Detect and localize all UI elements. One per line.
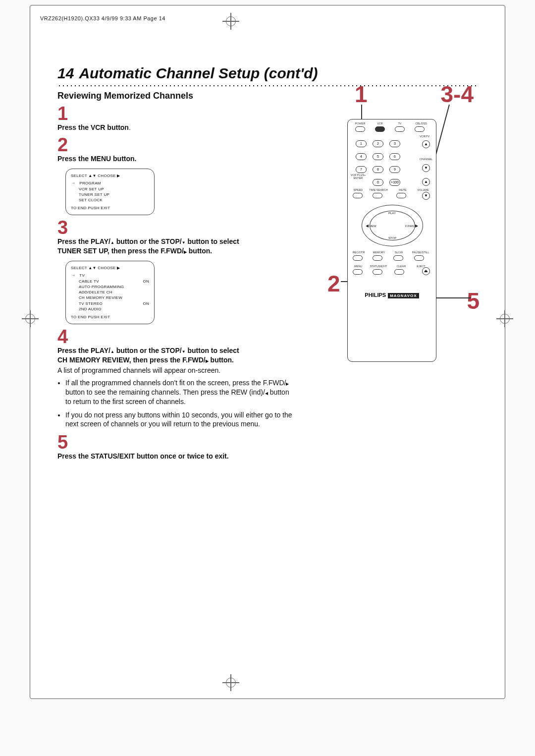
num-8: 8 [373, 166, 383, 173]
triangle-right-icon [117, 266, 120, 270]
callout-3-4: 3-4 [441, 81, 474, 108]
triangle-down-icon [182, 237, 186, 245]
step-2-text: Press the MENU button. [57, 154, 295, 164]
left-column: Reviewing Memorized Channels 1 Press the… [57, 87, 295, 461]
registration-mark [22, 310, 39, 327]
callout-1: 1 [355, 81, 368, 108]
triangle-up-icon [423, 178, 429, 185]
callout-2: 2 [327, 270, 340, 297]
rew-label: REW [366, 224, 376, 228]
arrow-right-icon [71, 273, 75, 278]
step-number-1: 1 [57, 104, 295, 123]
play-label: PLAY [388, 212, 396, 215]
power-button [355, 126, 365, 132]
step-5-bold: Press the STATUS/EXIT button once or twi… [57, 452, 229, 460]
callout-line [436, 297, 471, 298]
vol-down-button [422, 192, 430, 200]
triangle-up-icon [423, 141, 429, 148]
cbl-dss-button [415, 126, 425, 132]
step-4-text: Press the PLAY/ button or the STOP/ butt… [57, 346, 295, 429]
num-3: 3 [389, 140, 400, 147]
slow-button [393, 255, 403, 261]
tv-button [395, 126, 405, 132]
osd-menu-1: SELECT CHOOSE PROGRAM VCR SET UP TUNER S… [65, 169, 155, 216]
step-number-2: 2 [57, 135, 295, 154]
mute-button [396, 193, 406, 198]
num-1: 1 [356, 140, 367, 147]
clear-button [394, 269, 404, 275]
page-title: Automatic Channel Setup (cont'd) [79, 65, 318, 82]
step-3-text: Press the PLAY/ button or the STOP/ butt… [57, 237, 295, 256]
triangle-down-icon [93, 174, 97, 178]
registration-mark [496, 310, 513, 327]
ch-up-button [422, 140, 430, 148]
memory-button [373, 255, 382, 261]
step-number-4: 4 [57, 327, 295, 346]
brand-label: PHILIPSMAGNAVOX [348, 292, 436, 298]
status-exit-button [373, 269, 382, 275]
plus-100: +100 [389, 179, 400, 186]
content-area: 14 Automatic Channel Setup (cont'd) Revi… [57, 65, 479, 461]
triangle-up-icon [110, 347, 114, 354]
triangle-up-icon [88, 174, 92, 178]
ch-down-button [422, 164, 430, 172]
ffwd-label: F.FWD [405, 224, 418, 228]
step-2-bold: Press the MENU button. [57, 155, 136, 163]
eject-button: ⏏ [422, 267, 430, 275]
bullet-item: If you do not press any buttons within 1… [65, 410, 295, 429]
num-2: 2 [373, 140, 383, 147]
callout-5: 5 [467, 288, 480, 314]
triangle-right-icon [415, 225, 418, 228]
eject-icon: ⏏ [423, 268, 429, 275]
right-column: 1 3-4 2 5 POWER VCR TV CBL/DSS [305, 87, 479, 461]
osd-menu-2: SELECT CHOOSE TV CABLE TVON AUTO PROGRAM… [65, 261, 155, 324]
num-9: 9 [389, 166, 400, 173]
triangle-down-icon [182, 347, 186, 354]
vcr-button [375, 126, 385, 132]
registration-mark [222, 13, 239, 30]
triangle-down-icon [423, 192, 429, 199]
num-6: 6 [389, 153, 400, 160]
num-7: 7 [356, 166, 367, 173]
registration-mark [222, 674, 239, 691]
page-number: 14 [57, 65, 74, 82]
pause-still-button [414, 255, 424, 261]
triangle-down-icon [93, 266, 97, 270]
triangle-up-icon [88, 266, 92, 270]
triangle-down-icon [423, 165, 429, 172]
timesearch-button [373, 193, 382, 198]
header-slug: VRZ262(H1920).QX33 4/9/99 9:33 AM Page 1… [40, 15, 165, 21]
page-title-row: 14 Automatic Channel Setup (cont'd) [57, 65, 479, 82]
stop-label: STOP [388, 236, 396, 239]
step-1-bold: Press the VCR button [57, 123, 129, 131]
num-0: 0 [373, 179, 383, 186]
step-number-5: 5 [57, 433, 295, 452]
num-4: 4 [356, 153, 367, 160]
bullet-item: If all the programmed channels don't fit… [65, 378, 295, 407]
triangle-right-icon [286, 379, 289, 387]
speed-button [353, 193, 363, 198]
menu-button [353, 269, 363, 275]
step-1-text: Press the VCR button. [57, 123, 295, 132]
rec-otr-button [353, 255, 363, 261]
vol-up-button [422, 178, 430, 186]
step-number-3: 3 [57, 218, 295, 237]
transport-hub [382, 220, 402, 232]
section-subheading: Reviewing Memorized Channels [57, 91, 295, 101]
triangle-right-icon [117, 174, 120, 178]
triangle-left-icon [366, 225, 369, 228]
num-5: 5 [373, 153, 383, 160]
triangle-up-icon [110, 237, 114, 245]
arrow-right-icon [71, 181, 75, 185]
remote-diagram: POWER VCR TV CBL/DSS VCR/TV 1 2 [347, 119, 436, 362]
step-5-text: Press the STATUS/EXIT button once or twi… [57, 452, 295, 461]
manual-page: VRZ262(H1920).QX33 4/9/99 9:33 AM Page 1… [30, 5, 505, 699]
